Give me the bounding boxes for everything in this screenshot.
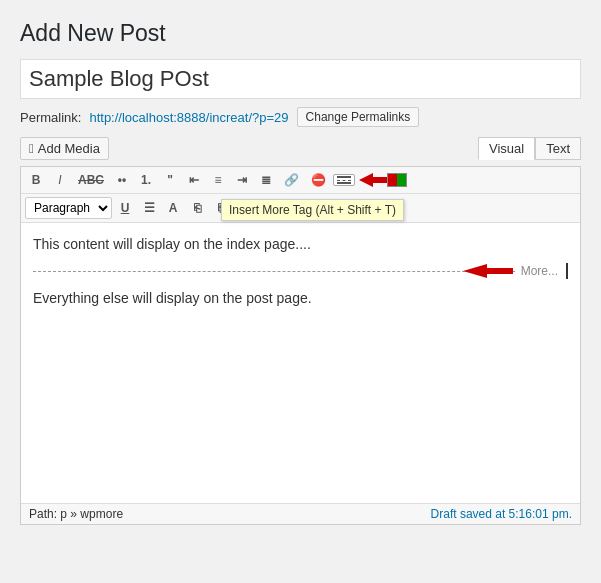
add-media-row:  Add Media Visual Text: [20, 137, 581, 160]
justify-full-button[interactable]: ☰: [138, 198, 160, 218]
post-editor-container: Permalink: http://localhost:8888/increat…: [20, 59, 581, 525]
svg-marker-1: [463, 264, 513, 278]
underline-button[interactable]: U: [114, 198, 136, 218]
remove-link-button[interactable]: ⛔: [306, 170, 331, 190]
tab-text[interactable]: Text: [535, 137, 581, 160]
page-title: Add New Post: [20, 20, 581, 47]
tab-visual[interactable]: Visual: [478, 137, 535, 160]
red-arrow-toolbar: [359, 171, 387, 189]
blockquote-button[interactable]: ": [159, 170, 181, 190]
add-media-icon: : [29, 141, 34, 156]
editor-area[interactable]: This content will display on the index p…: [21, 223, 580, 503]
italic-button[interactable]: I: [49, 170, 71, 190]
align-left-button[interactable]: ⇤: [183, 170, 205, 190]
strikethrough-button[interactable]: ABC: [73, 170, 109, 190]
insert-link-button[interactable]: 🔗: [279, 170, 304, 190]
color-swatch: [387, 173, 407, 187]
align-justify-button[interactable]: ≣: [255, 170, 277, 190]
unordered-list-button[interactable]: ••: [111, 170, 133, 190]
permalink-label: Permalink:: [20, 110, 81, 125]
permalink-url[interactable]: http://localhost:8888/increat/?p=29: [89, 110, 288, 125]
toolbar-row1: B I ABC •• 1. " ⇤ ≡ ⇥ ≣ 🔗 ⛔: [21, 167, 580, 194]
red-arrow-indicator: [359, 171, 407, 189]
editor-footer: Path: p » wpmore Draft saved at 5:16:01 …: [21, 503, 580, 524]
add-media-button[interactable]:  Add Media: [20, 137, 109, 160]
editor-content-after-more: Everything else will display on the post…: [33, 287, 568, 309]
svg-marker-0: [359, 173, 387, 187]
add-media-label: Add Media: [38, 141, 100, 156]
permalink-row: Permalink: http://localhost:8888/increat…: [20, 107, 581, 127]
more-tag-divider: More...: [33, 263, 568, 279]
post-title-input[interactable]: [20, 59, 581, 99]
path-indicator: Path: p » wpmore: [29, 507, 123, 521]
toolbar-wrapper: B I ABC •• 1. " ⇤ ≡ ⇥ ≣ 🔗 ⛔: [21, 167, 580, 223]
red-arrow-more-svg: [463, 262, 513, 280]
draft-status: Draft saved at 5:16:01 pm.: [431, 507, 572, 521]
align-right-button[interactable]: ⇥: [231, 170, 253, 190]
red-arrow-more: [463, 262, 513, 283]
paragraph-format-select[interactable]: Paragraph Heading 1 Heading 2: [25, 197, 112, 219]
more-tag-label[interactable]: More...: [515, 264, 564, 278]
change-permalinks-button[interactable]: Change Permalinks: [297, 107, 420, 127]
ordered-list-button[interactable]: 1.: [135, 170, 157, 190]
align-center-button[interactable]: ≡: [207, 170, 229, 190]
insert-more-tag-tooltip: Insert More Tag (Alt + Shift + T): [221, 199, 404, 221]
bold-button[interactable]: B: [25, 170, 47, 190]
insert-more-tag-button[interactable]: [333, 174, 355, 186]
insert-more-tag-icon: [337, 176, 351, 184]
editor-tabs: Visual Text: [478, 137, 581, 160]
cursor-indicator: [566, 263, 568, 279]
paste-text-button[interactable]: ⎗: [186, 198, 208, 218]
editor-content-before-more: This content will display on the index p…: [33, 233, 568, 255]
editor-container: B I ABC •• 1. " ⇤ ≡ ⇥ ≣ 🔗 ⛔: [20, 166, 581, 525]
text-color-button[interactable]: A: [162, 198, 184, 218]
more-divider-line: [33, 271, 515, 272]
